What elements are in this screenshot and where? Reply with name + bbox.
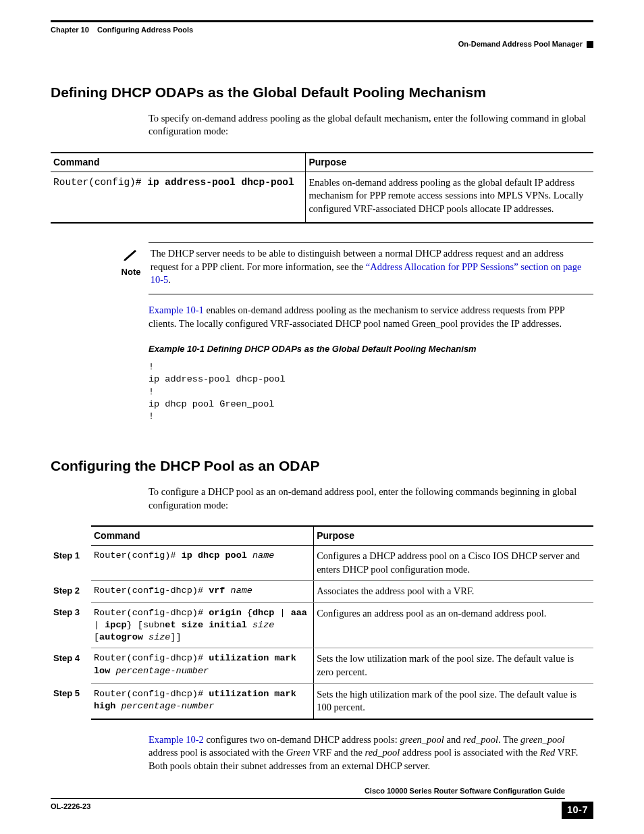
section-name: On-Demand Address Pool Manager (458, 40, 583, 48)
page-number: 10-7 (562, 802, 593, 819)
note-rule-bottom (149, 294, 593, 294)
step-purpose: Associates the address pool with a VRF. (314, 581, 593, 603)
step-command: Router(config-dhcp)# vrf name (91, 581, 314, 603)
table1-header-command: Command (51, 153, 306, 172)
command-text: ip address-pool dhcp-pool (147, 177, 294, 188)
header-section: On-Demand Address Pool Manager (51, 39, 593, 49)
step-purpose: Configures a DHCP address pool on a Cisc… (314, 546, 593, 581)
footer-rule (51, 798, 565, 799)
pencil-icon (123, 252, 139, 263)
example-block-1: Example 10-1 Defining DHCP ODAPs as the … (149, 343, 593, 423)
section-heading-1: Defining DHCP ODAPs as the Global Defaul… (51, 83, 593, 102)
paragraph-after-steps: Example 10-2 configures two on-demand DH… (149, 733, 593, 773)
intro-paragraph-2: To configure a DHCP pool as an on-demand… (149, 486, 593, 512)
table1-header-purpose: Purpose (306, 153, 593, 172)
step-label: Step 1 (51, 546, 91, 581)
example-title-1: Example 10-1 Defining DHCP ODAPs as the … (149, 343, 593, 355)
command-table-1: Command Purpose Router(config)# ip addre… (51, 152, 593, 224)
step-command: Router(config-dhcp)# utilization mark hi… (91, 683, 314, 719)
note-text-2: . (168, 274, 171, 285)
example-link-1[interactable]: Example 10-1 (149, 305, 204, 315)
footer-title: Cisco 10000 Series Router Software Confi… (51, 786, 565, 796)
steps-table: Command Purpose Step 1Router(config)# ip… (51, 525, 593, 719)
chapter-title: Configuring Address Pools (97, 26, 193, 34)
steps-header-purpose: Purpose (314, 526, 593, 545)
note-label: Note (118, 266, 144, 278)
step-purpose: Sets the low utilization mark of the poo… (314, 648, 593, 683)
note-text: The DHCP server needs to be able to dist… (151, 247, 593, 287)
step-label: Step 4 (51, 648, 91, 683)
header-endmark-icon (587, 41, 593, 48)
example-link-2[interactable]: Example 10-2 (149, 734, 204, 745)
table1-purpose-cell: Enables on-demand address pooling as the… (306, 172, 593, 223)
chapter-number: Chapter 10 (51, 26, 89, 34)
header-chapter: Chapter 10 Configuring Address Pools (51, 25, 593, 35)
step-label: Step 5 (51, 683, 91, 719)
page: Chapter 10 Configuring Address Pools On-… (0, 0, 644, 834)
step-purpose: Sets the high utilization mark of the po… (314, 683, 593, 719)
intro-paragraph-1: To specify on-demand address pooling as … (149, 112, 593, 138)
footer-left: OL-2226-23 (51, 802, 90, 812)
note-block: Note The DHCP server needs to be able to… (118, 242, 593, 294)
step-command: Router(config-dhcp)# utilization mark lo… (91, 648, 314, 683)
section-heading-2: Configuring the DHCP Pool as an ODAP (51, 457, 593, 475)
note-left: Note (118, 247, 144, 278)
steps-header-blank (51, 526, 91, 545)
step-label: Step 3 (51, 602, 91, 648)
code-block-1: ! ip address-pool dhcp-pool ! ip dhcp po… (149, 361, 593, 423)
page-header: Chapter 10 Configuring Address Pools On-… (51, 20, 593, 49)
step-purpose: Configures an address pool as an on-dema… (314, 602, 593, 648)
paragraph-text: enables on-demand address pooling as the… (149, 305, 564, 329)
command-prompt: Router(config)# (53, 177, 147, 188)
paragraph-after-note: Example 10-1 enables on-demand address p… (149, 304, 593, 330)
step-label: Step 2 (51, 581, 91, 603)
table1-command-cell: Router(config)# ip address-pool dhcp-poo… (51, 172, 306, 223)
note-rule-top (149, 242, 593, 243)
step-command: Router(config)# ip dhcp pool name (91, 546, 314, 581)
step-command: Router(config-dhcp)# origin {dhcp | aaa … (91, 602, 314, 648)
steps-header-command: Command (91, 526, 314, 545)
page-footer: Cisco 10000 Series Router Software Confi… (51, 786, 593, 819)
